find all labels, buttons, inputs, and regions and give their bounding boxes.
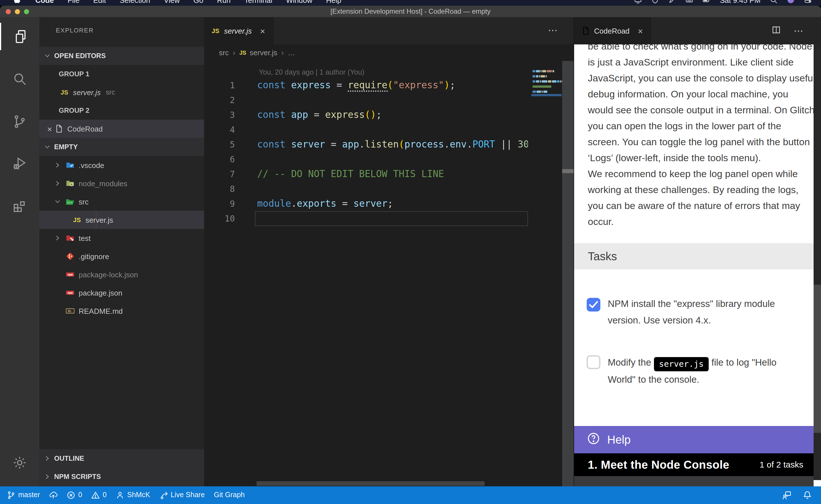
- battery-menubar-icon[interactable]: [703, 0, 711, 4]
- spotlight-menubar-icon[interactable]: [770, 0, 778, 4]
- code-editor[interactable]: You, 20 days ago | 1 author (You) 1const…: [204, 61, 573, 486]
- markdown-icon: M↓: [66, 306, 75, 315]
- lesson-title: 1. Meet the Node Console: [588, 453, 729, 476]
- feedback-icon[interactable]: [782, 491, 791, 500]
- current-line-highlight: [255, 211, 528, 226]
- menubar-item-view[interactable]: View: [164, 0, 180, 4]
- tree-item-package-json[interactable]: npmpackage.json: [39, 284, 204, 302]
- section-header-outline[interactable]: OUTLINE: [39, 449, 204, 468]
- help-accordion[interactable]: Help: [574, 426, 814, 453]
- tutorial-text-line: you can be aware of the nature of errors…: [588, 198, 814, 214]
- live-share-icon: [159, 491, 168, 499]
- tree-item-package-lock-json[interactable]: npmpackage-lock.json: [39, 265, 204, 284]
- tree-item-src[interactable]: </>src: [39, 192, 204, 211]
- activitybar-item-run-debug[interactable]: [0, 150, 39, 177]
- activitybar-item-settings-gear[interactable]: [0, 449, 39, 476]
- menubar-item-selection[interactable]: Selection: [120, 0, 150, 4]
- breadcrumb[interactable]: src › JS server.js › …: [204, 44, 573, 61]
- statusbar-item-live-share[interactable]: Live Share: [159, 491, 205, 499]
- task-checkbox-2[interactable]: [587, 355, 600, 369]
- chevron-down-icon: [44, 144, 51, 150]
- editor-group-label: GROUP 2: [39, 101, 204, 120]
- section-header-empty[interactable]: EMPTY: [39, 138, 204, 156]
- activitybar-item-extensions[interactable]: [0, 194, 39, 221]
- code-line-2[interactable]: 2: [204, 93, 528, 108]
- panel-more-actions-button[interactable]: ⋯: [794, 25, 803, 37]
- statusbar-item-git-graph[interactable]: Git Graph: [214, 491, 245, 499]
- webview-scrollbar[interactable]: [814, 44, 821, 486]
- open-editor-server-js[interactable]: JSserver.jssrc: [39, 83, 204, 101]
- tree-item-README-md[interactable]: M↓README.md: [39, 302, 204, 320]
- npm-icon: npm: [66, 270, 75, 279]
- menubar-clock[interactable]: Sat 9:45 PM: [720, 0, 761, 4]
- apple-menu-icon[interactable]: [14, 0, 22, 4]
- tutorial-text-line: is just a JavaScript environment. Like c…: [588, 55, 814, 71]
- statusbar-item-0[interactable]: 0: [91, 491, 107, 499]
- tree-item-node_modules[interactable]: node_modules: [39, 174, 204, 192]
- menubar-item-go[interactable]: Go: [193, 0, 203, 4]
- breadcrumb-symbol[interactable]: …: [288, 48, 295, 57]
- activity-bar: [0, 17, 39, 486]
- question-circle-icon: [574, 432, 600, 448]
- statusbar-item-0[interactable]: 0: [67, 491, 82, 499]
- bell-icon[interactable]: [803, 491, 812, 500]
- tree-item-test[interactable]: test: [39, 229, 204, 247]
- menubar-item-file[interactable]: File: [68, 0, 79, 4]
- editor-vertical-scrollbar[interactable]: [562, 61, 573, 486]
- minimap[interactable]: [531, 61, 563, 232]
- tab-coderoad[interactable]: CodeRoad ×: [574, 17, 651, 44]
- run-debug-icon: [12, 156, 27, 171]
- tree-item--vscode[interactable]: .vscode: [39, 156, 204, 174]
- chevron-right-icon: [44, 455, 51, 462]
- menubar-item-terminal[interactable]: Terminal: [244, 0, 272, 4]
- siri-menubar-icon[interactable]: [787, 0, 795, 4]
- breadcrumb-file[interactable]: server.js: [250, 48, 277, 57]
- menubar-item-help[interactable]: Help: [326, 0, 342, 4]
- code-line-8[interactable]: 8: [204, 182, 528, 196]
- pencil-menubar-icon[interactable]: [669, 0, 677, 4]
- line-number: 5: [204, 137, 235, 152]
- code-line-7[interactable]: 7// -- DO NOT EDIT BELOW THIS LINE: [204, 167, 528, 182]
- statusbar-item-cloud-upload[interactable]: [49, 491, 58, 499]
- close-tab-icon[interactable]: ×: [636, 26, 644, 36]
- line-number: 2: [204, 93, 235, 108]
- code-line-1[interactable]: 1const express = require("express");: [204, 78, 528, 93]
- editor-horizontal-scrollbar[interactable]: [257, 481, 485, 486]
- tree-item-server-js[interactable]: JSserver.js: [39, 211, 204, 229]
- tutorial-text: be able to check what's going on in your…: [588, 44, 814, 230]
- section-header-open-editors[interactable]: OPEN EDITORS: [39, 47, 204, 65]
- activitybar-item-files[interactable]: [0, 23, 40, 50]
- help-label: Help: [607, 433, 631, 446]
- menubar-item-window[interactable]: Window: [286, 0, 313, 4]
- coderoad-panel: CodeRoad × ⋯ be able to check what's goi…: [573, 17, 821, 486]
- menubar-item-run[interactable]: Run: [217, 0, 231, 4]
- breadcrumb-src[interactable]: src: [219, 48, 229, 57]
- tab-server-js[interactable]: JS server.js ×: [204, 17, 273, 44]
- activitybar-item-search[interactable]: [0, 65, 39, 92]
- shield-menubar-icon[interactable]: [652, 0, 659, 4]
- split-editor-icon[interactable]: [771, 25, 781, 37]
- keyboard-menubar-icon[interactable]: [686, 0, 694, 4]
- code-line-6[interactable]: 6: [204, 152, 528, 167]
- task-checkbox-1[interactable]: [587, 298, 600, 312]
- activitybar-item-source-control[interactable]: [0, 108, 39, 135]
- code-line-5[interactable]: 5const server = app.listen(process.env.P…: [204, 137, 528, 152]
- code-line-9[interactable]: 9module.exports = server;: [204, 196, 528, 211]
- menubar-item-edit[interactable]: Edit: [93, 0, 106, 4]
- code-line-4[interactable]: 4: [204, 122, 528, 137]
- close-tab-icon[interactable]: ×: [259, 26, 267, 36]
- editor-more-actions-button[interactable]: ⋯: [548, 17, 557, 44]
- display-menubar-icon[interactable]: [634, 0, 642, 4]
- git-icon: [66, 252, 75, 261]
- section-header-npm-scripts[interactable]: NPM SCRIPTS: [39, 468, 204, 486]
- control-center-menubar-icon[interactable]: [804, 0, 812, 4]
- close-editor-icon[interactable]: ×: [45, 124, 54, 134]
- menubar-item-code[interactable]: Code: [35, 0, 54, 4]
- code-line-3[interactable]: 3const app = express();: [204, 108, 528, 122]
- code-line-10[interactable]: 10: [204, 211, 528, 226]
- tutorial-text-line: working at these challenges. By reading …: [588, 182, 814, 198]
- tree-item--gitignore[interactable]: .gitignore: [39, 247, 204, 265]
- statusbar-item-master[interactable]: master: [7, 491, 40, 499]
- statusbar-item-shmck[interactable]: ShMcK: [116, 491, 150, 499]
- open-editor-CodeRoad[interactable]: ×CodeRoad: [39, 120, 204, 138]
